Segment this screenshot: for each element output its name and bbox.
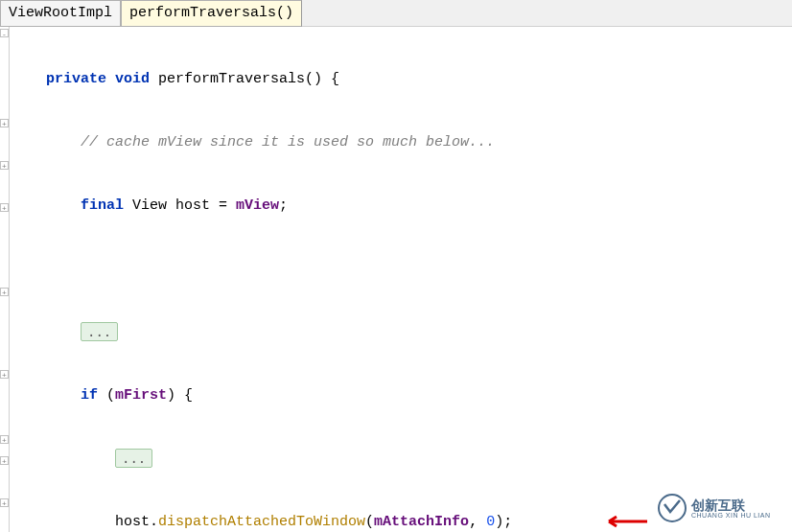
fold-toggle-icon[interactable]: + <box>0 119 9 127</box>
fold-toggle-icon[interactable]: + <box>0 161 9 170</box>
fold-toggle-icon[interactable]: + <box>0 456 9 465</box>
code-line: final View host = mView; <box>10 196 792 217</box>
watermark-text: 创新互联 CHUANG XIN HU LIAN <box>691 498 771 519</box>
fold-gutter: - + + + + + + + + <box>0 27 10 532</box>
code-editor[interactable]: private void performTraversals() { // ca… <box>10 27 792 532</box>
code-text: host. <box>115 514 158 530</box>
watermark: 创新互联 CHUANG XIN HU LIAN <box>653 489 792 527</box>
code-text: ( <box>365 514 374 530</box>
code-line: // cache mView since it is used so much … <box>10 132 792 153</box>
code-text: ) { <box>167 387 193 404</box>
fold-toggle-icon[interactable]: + <box>0 370 9 379</box>
fold-toggle-icon[interactable]: + <box>0 288 9 296</box>
keyword-private: private <box>46 71 106 87</box>
code-text: ( <box>98 387 115 404</box>
watermark-text-cn: 创新互联 <box>691 498 771 512</box>
code-text: View host = <box>124 197 236 214</box>
code-line: ... <box>10 322 792 343</box>
field-ref: mView <box>236 197 279 214</box>
code-line <box>10 259 792 280</box>
keyword-final: final <box>81 197 124 214</box>
fold-toggle-icon[interactable]: + <box>0 498 9 507</box>
code-line: ... <box>10 449 792 470</box>
code-text: ; <box>279 197 288 214</box>
fold-badge[interactable]: ... <box>115 449 152 468</box>
code-text: ); <box>495 514 512 530</box>
code-line: private void performTraversals() { <box>10 69 792 90</box>
keyword-void: void <box>115 71 150 87</box>
field-ref: mFirst <box>115 387 167 404</box>
fold-toggle-icon[interactable]: + <box>0 435 9 444</box>
arrow-annotation-icon <box>599 512 647 531</box>
code-text: performTraversals() { <box>150 71 339 87</box>
breadcrumb: ViewRootImpl performTraversals() <box>0 0 792 27</box>
breadcrumb-method[interactable]: performTraversals() <box>121 0 302 27</box>
watermark-text-en: CHUANG XIN HU LIAN <box>691 512 771 519</box>
comment: // cache mView since it is used so much … <box>81 134 495 150</box>
fold-toggle-icon[interactable]: - <box>0 29 9 37</box>
code-line: if (mFirst) { <box>10 385 792 406</box>
watermark-logo-icon <box>657 493 687 523</box>
field-ref: mAttachInfo <box>374 514 469 530</box>
fold-badge[interactable]: ... <box>81 322 118 341</box>
number-literal: 0 <box>486 514 495 530</box>
method-call: dispatchAttachedToWindow <box>158 514 365 530</box>
fold-toggle-icon[interactable]: + <box>0 203 9 212</box>
code-text: , <box>469 514 486 530</box>
keyword-if: if <box>81 387 98 404</box>
breadcrumb-class[interactable]: ViewRootImpl <box>0 0 121 27</box>
